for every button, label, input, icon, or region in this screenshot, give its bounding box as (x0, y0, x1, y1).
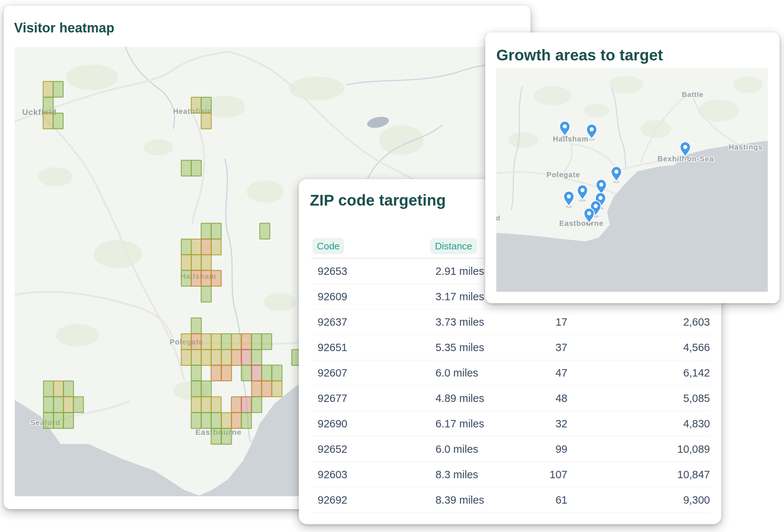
heatmap-cell[interactable] (191, 270, 201, 286)
heatmap-cell[interactable] (191, 160, 201, 176)
heatmap-cell[interactable] (201, 350, 211, 365)
table-row[interactable]: 926038.3 miles10710,847 (311, 462, 710, 487)
heatmap-cell[interactable] (211, 239, 221, 255)
heatmap-cell[interactable] (221, 334, 231, 350)
heatmap-cell[interactable] (191, 255, 201, 270)
code-column-header[interactable]: Code (312, 238, 344, 254)
total-cell: 10,089 (594, 437, 710, 462)
heatmap-cell[interactable] (231, 397, 241, 413)
heatmap-cell[interactable] (241, 334, 251, 350)
table-row[interactable]: 926526.0 miles9910,089 (311, 437, 710, 462)
heatmap-cell[interactable] (201, 97, 211, 113)
heatmap-cell[interactable] (53, 413, 63, 428)
heatmap-cell[interactable] (43, 97, 53, 113)
total-cell: 4,830 (594, 411, 710, 437)
heatmap-cell[interactable] (211, 350, 221, 365)
heatmap-cell[interactable] (252, 365, 262, 381)
heatmap-cell[interactable] (260, 223, 270, 239)
heatmap-cell[interactable] (231, 413, 241, 428)
growth-areas-map[interactable]: HailshamPolegateEastbourneBattleHastings… (496, 68, 768, 292)
table-row[interactable]: 926774.89 miles485,085 (311, 386, 710, 411)
heatmap-cell[interactable] (53, 397, 63, 413)
heatmap-cell[interactable] (181, 334, 191, 350)
city-label: Polegate (546, 171, 580, 179)
heatmap-cell[interactable] (252, 397, 262, 413)
heatmap-cell[interactable] (201, 270, 211, 286)
heatmap-cell[interactable] (201, 413, 211, 428)
heatmap-cell[interactable] (43, 397, 53, 413)
heatmap-cell[interactable] (43, 413, 53, 428)
heatmap-cell[interactable] (262, 334, 272, 350)
heatmap-cell[interactable] (191, 97, 201, 113)
heatmap-cell[interactable] (262, 365, 272, 381)
heatmap-cell[interactable] (63, 381, 73, 397)
heatmap-cell[interactable] (201, 397, 211, 413)
heatmap-cell[interactable] (221, 350, 231, 365)
count-cell: 99 (483, 437, 567, 462)
heatmap-cell[interactable] (262, 381, 272, 397)
heatmap-cell[interactable] (272, 381, 282, 397)
table-row[interactable]: 926906.17 miles324,830 (311, 411, 710, 437)
heatmap-cell[interactable] (191, 397, 201, 413)
table-row[interactable]: 926515.35 miles374,566 (311, 335, 710, 360)
heatmap-cell[interactable] (191, 365, 201, 381)
heatmap-cell[interactable] (181, 160, 191, 176)
heatmap-cell[interactable] (73, 397, 83, 413)
heatmap-cell[interactable] (201, 239, 211, 255)
heatmap-cell[interactable] (241, 397, 251, 413)
heatmap-cell[interactable] (252, 350, 262, 365)
heatmap-cell[interactable] (43, 81, 53, 97)
heatmap-cell[interactable] (191, 239, 201, 255)
heatmap-cell[interactable] (211, 223, 221, 239)
heatmap-cell[interactable] (241, 413, 251, 428)
heatmap-cell[interactable] (221, 428, 231, 444)
heatmap-cell[interactable] (231, 350, 241, 365)
heatmap-cell[interactable] (191, 413, 201, 428)
table-row[interactable]: 926076.0 miles476,142 (311, 360, 710, 386)
table-row[interactable]: 926928.39 miles619,300 (311, 487, 710, 513)
heatmap-cell[interactable] (181, 255, 191, 270)
heatmap-cell[interactable] (43, 113, 53, 129)
heatmap-cell[interactable] (201, 286, 211, 302)
heatmap-cell[interactable] (181, 270, 191, 286)
heatmap-cell[interactable] (191, 318, 201, 334)
heatmap-cell[interactable] (231, 334, 241, 350)
growth-areas-card: Growth areas to target (485, 32, 780, 303)
heatmap-cell[interactable] (221, 413, 231, 428)
heatmap-cell[interactable] (63, 413, 73, 428)
distance-cell: 4.89 miles (435, 386, 484, 411)
heatmap-cell[interactable] (241, 365, 251, 381)
heatmap-cell[interactable] (191, 381, 201, 397)
heatmap-cell[interactable] (201, 223, 211, 239)
heatmap-cell[interactable] (272, 365, 282, 381)
heatmap-cell[interactable] (211, 270, 221, 286)
heatmap-cell[interactable] (201, 255, 211, 270)
heatmap-cell[interactable] (211, 397, 221, 413)
city-label: Battle (682, 91, 704, 98)
heatmap-cell[interactable] (43, 381, 53, 397)
heatmap-cell[interactable] (252, 334, 262, 350)
heatmap-cell[interactable] (211, 413, 221, 428)
heatmap-cell[interactable] (53, 81, 63, 97)
distance-cell: 6.17 miles (435, 411, 484, 437)
heatmap-cell[interactable] (201, 113, 211, 129)
heatmap-cell[interactable] (211, 428, 221, 444)
heatmap-cell[interactable] (53, 113, 63, 129)
heatmap-cell[interactable] (201, 381, 211, 397)
zip-code-cell: 92651 (318, 335, 347, 360)
heatmap-cell[interactable] (241, 350, 251, 365)
heatmap-cell[interactable] (211, 334, 221, 350)
heatmap-cell[interactable] (181, 350, 191, 365)
heatmap-cell[interactable] (201, 334, 211, 350)
heatmap-cell[interactable] (63, 397, 73, 413)
table-row[interactable]: 926373.73 miles172,603 (311, 309, 710, 335)
distance-column-header[interactable]: Distance (430, 238, 477, 254)
heatmap-cell[interactable] (252, 381, 262, 397)
heatmap-cell[interactable] (211, 365, 221, 381)
heatmap-cell[interactable] (191, 334, 201, 350)
heatmap-cell[interactable] (191, 350, 201, 365)
heatmap-cell[interactable] (221, 365, 231, 381)
heatmap-cell[interactable] (181, 239, 191, 255)
distance-cell: 6.0 miles (435, 360, 478, 386)
heatmap-cell[interactable] (53, 381, 63, 397)
